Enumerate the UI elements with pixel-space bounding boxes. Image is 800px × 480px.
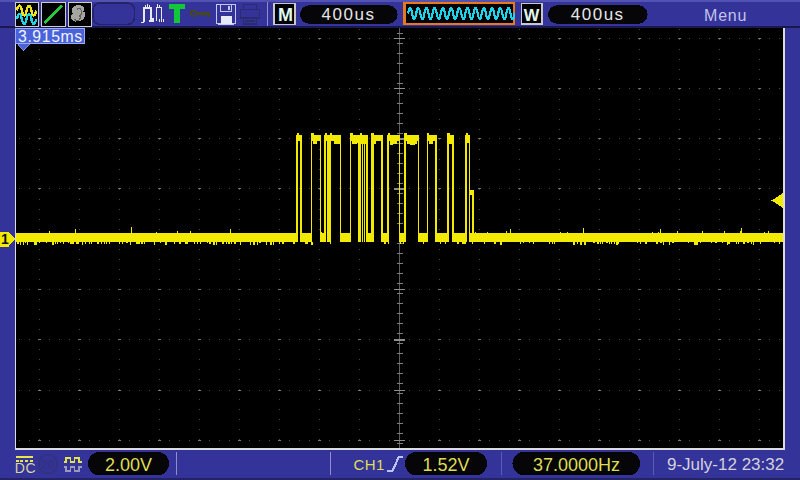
svg-text:3.915ms: 3.915ms (18, 28, 83, 45)
svg-text:9-July-12 23:32: 9-July-12 23:32 (667, 455, 784, 474)
svg-text:CH1: CH1 (354, 456, 385, 473)
svg-text:M: M (278, 5, 293, 25)
svg-text:400us: 400us (322, 5, 376, 24)
svg-text:1.52V: 1.52V (422, 455, 469, 475)
svg-text:1: 1 (1, 231, 9, 247)
svg-text:37.0000Hz: 37.0000Hz (533, 455, 620, 475)
svg-text:400us: 400us (571, 5, 625, 24)
svg-text:DC: DC (15, 460, 36, 476)
svg-text:Menu: Menu (704, 7, 747, 24)
svg-text:2.00V: 2.00V (105, 455, 152, 475)
svg-text:W: W (524, 6, 540, 24)
svg-text:20: 20 (41, 458, 55, 472)
